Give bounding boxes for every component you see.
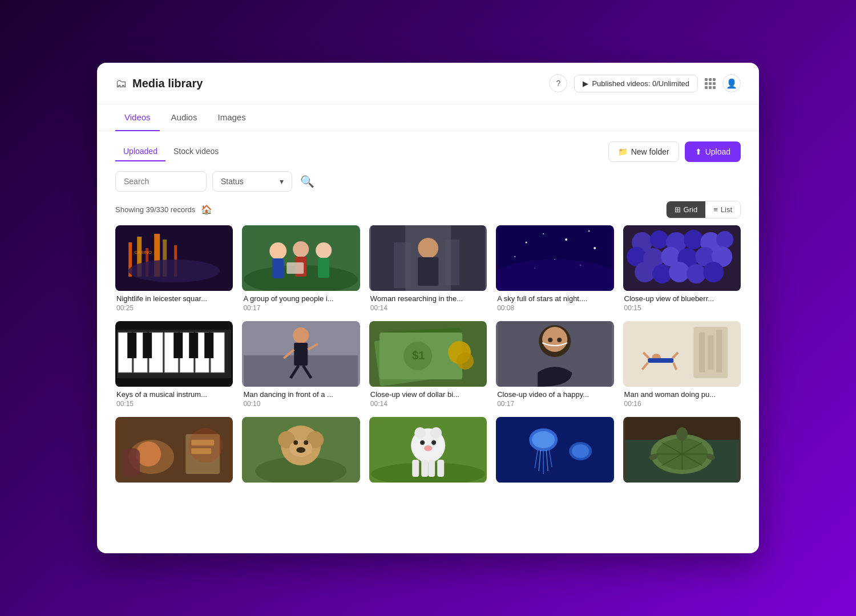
status-select[interactable]: Status ▾ (212, 171, 292, 192)
tab-videos[interactable]: Videos (115, 104, 160, 131)
list-item[interactable] (369, 417, 487, 487)
svg-point-22 (418, 238, 438, 258)
svg-point-39 (650, 230, 668, 249)
video-info (369, 483, 487, 486)
svg-rect-16 (318, 258, 330, 278)
svg-point-53 (687, 264, 706, 283)
video-duration: 00:16 (624, 400, 740, 408)
video-thumbnail (369, 225, 487, 291)
list-item[interactable]: Man and woman doing pu... 00:16 (623, 321, 741, 408)
svg-rect-130 (437, 460, 444, 477)
meta-left: Showing 39/330 records 🏠 (115, 204, 212, 215)
published-videos-button[interactable]: ▶ Published videos: 0/Unlimited (574, 75, 698, 92)
records-count: Showing 39/330 records (115, 205, 195, 214)
video-info: Nightlife in leicester squar... 00:25 (115, 291, 233, 312)
list-item[interactable]: Man dancing in front of a ... 00:10 (242, 321, 360, 408)
header-right: ? ▶ Published videos: 0/Unlimited 👤 (549, 74, 741, 92)
svg-rect-72 (294, 343, 308, 366)
video-grid: CASINO Nightlife in leicester squar... 0… (97, 225, 759, 501)
search-input[interactable] (115, 171, 207, 192)
svg-point-117 (304, 440, 309, 445)
video-info: A group of young people i... 00:17 (242, 291, 360, 312)
video-thumbnail (623, 417, 741, 483)
video-thumbnail (496, 321, 613, 387)
list-item[interactable] (115, 417, 233, 487)
list-item[interactable] (623, 417, 741, 487)
video-duration: 00:25 (116, 304, 232, 312)
list-item[interactable] (496, 417, 613, 487)
svg-text:CASINO: CASINO (134, 250, 152, 255)
video-thumbnail: $1 (369, 321, 487, 387)
search-icon: 🔍 (300, 175, 314, 188)
apps-grid-icon[interactable] (705, 78, 716, 89)
user-avatar-button[interactable]: 👤 (722, 74, 741, 92)
svg-point-122 (414, 427, 426, 439)
video-title: Woman researching in the... (370, 294, 486, 303)
svg-point-28 (543, 233, 544, 234)
sub-tab-uploaded[interactable]: Uploaded (115, 142, 165, 161)
tab-images[interactable]: Images (208, 104, 255, 131)
search-button[interactable]: 🔍 (298, 172, 317, 191)
video-duration: 00:14 (370, 304, 486, 312)
video-duration: 00:15 (116, 400, 232, 408)
video-info (242, 483, 360, 486)
svg-point-7 (128, 260, 220, 282)
sub-tab-stock[interactable]: Stock videos (165, 142, 227, 161)
list-view-button[interactable]: ≡ List (705, 201, 740, 218)
svg-point-84 (457, 352, 474, 370)
list-item[interactable]: $1 Close-up view of dollar bi... 00:14 (369, 321, 487, 408)
list-item[interactable]: Woman researching in the... 00:14 (369, 225, 487, 312)
video-title: Close-up view of dollar bi... (370, 390, 486, 399)
svg-rect-65 (143, 333, 152, 358)
video-thumbnail (242, 417, 360, 483)
svg-rect-67 (189, 333, 198, 358)
svg-text:$1: $1 (412, 349, 425, 362)
list-item[interactable] (242, 417, 360, 487)
new-folder-button[interactable]: 📁 New folder (608, 141, 679, 162)
list-item[interactable]: A group of young people i... 00:17 (242, 225, 360, 312)
svg-point-51 (652, 264, 672, 283)
list-item[interactable]: Close-up video of a happy... 00:17 (496, 321, 613, 408)
svg-point-29 (565, 238, 567, 241)
list-item[interactable]: CASINO Nightlife in leicester squar... 0… (115, 225, 233, 312)
svg-rect-17 (287, 262, 304, 274)
video-info (623, 483, 741, 486)
main-tabs: Videos Audios Images (97, 104, 759, 131)
svg-rect-23 (418, 257, 438, 286)
help-button[interactable]: ? (549, 74, 567, 92)
video-title: Keys of a musical instrum... (116, 390, 232, 399)
svg-point-108 (188, 428, 223, 463)
svg-rect-109 (123, 448, 140, 477)
list-item[interactable]: Close-up view of blueberr... 00:15 (623, 225, 741, 312)
tab-audios[interactable]: Audios (162, 104, 207, 131)
svg-point-31 (514, 256, 515, 257)
svg-rect-92 (699, 333, 705, 372)
list-icon: ≡ (713, 205, 718, 214)
svg-point-124 (420, 440, 425, 445)
grid-icon: ⊞ (675, 205, 681, 214)
home-icon[interactable]: 🏠 (201, 204, 212, 215)
svg-point-88 (548, 338, 552, 342)
video-thumbnail (242, 225, 360, 291)
upload-button[interactable]: ⬆ Upload (685, 141, 741, 162)
grid-view-button[interactable]: ⊞ Grid (667, 201, 706, 218)
video-info (115, 483, 233, 486)
list-item[interactable]: A sky full of stars at night.... 00:08 (496, 225, 613, 312)
video-duration: 00:10 (243, 400, 358, 408)
svg-rect-128 (421, 460, 428, 477)
header-left: 🗂 Media library (115, 77, 203, 90)
svg-point-32 (593, 247, 596, 249)
svg-point-140 (572, 444, 589, 458)
svg-point-50 (635, 262, 655, 282)
status-label: Status (221, 177, 244, 186)
chevron-down-icon: ▾ (280, 177, 284, 186)
video-duration: 00:15 (624, 304, 740, 312)
video-thumbnail (496, 417, 613, 483)
video-info: Close-up view of blueberr... 00:15 (623, 291, 741, 312)
page-title: Media library (132, 77, 203, 90)
svg-point-11 (270, 242, 287, 260)
svg-rect-127 (412, 460, 419, 477)
svg-point-123 (430, 427, 442, 439)
video-duration: 00:08 (497, 304, 612, 312)
list-item[interactable]: Keys of a musical instrum... 00:15 (115, 321, 233, 408)
